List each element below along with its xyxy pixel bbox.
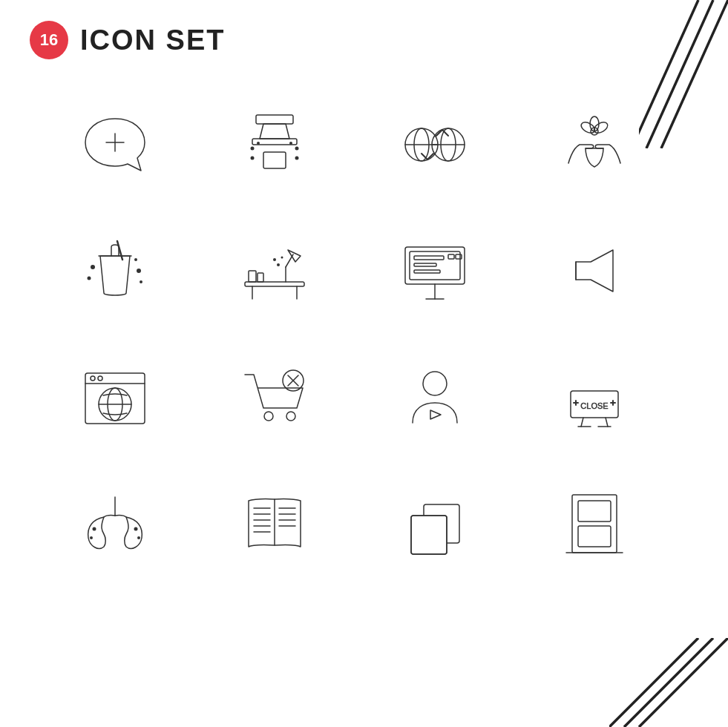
svg-point-43 — [281, 257, 283, 259]
svg-point-30 — [88, 277, 91, 280]
svg-point-57 — [91, 376, 95, 381]
svg-line-1 — [646, 0, 713, 148]
svg-point-83 — [137, 536, 140, 539]
cart-remove-icon — [204, 334, 345, 460]
svg-point-11 — [251, 147, 255, 151]
web-globe-icon — [45, 334, 186, 460]
close-sign-icon: CLOSE — [524, 334, 665, 460]
svg-line-76 — [606, 418, 608, 427]
svg-point-12 — [295, 147, 299, 151]
svg-rect-48 — [414, 270, 440, 273]
svg-point-67 — [423, 372, 447, 395]
badge: 16 — [30, 21, 68, 59]
svg-point-41 — [277, 263, 280, 266]
svg-rect-99 — [578, 526, 611, 547]
svg-point-80 — [93, 527, 96, 531]
icon-grid: CLOSE — [0, 74, 728, 593]
megaphone-icon — [524, 208, 665, 334]
svg-point-32 — [140, 280, 142, 283]
svg-line-28 — [117, 241, 122, 260]
door-icon — [524, 460, 665, 586]
svg-text:CLOSE: CLOSE — [580, 401, 608, 410]
svg-point-82 — [90, 536, 93, 539]
header-title: ICON SET — [80, 24, 225, 56]
svg-line-2 — [639, 0, 698, 148]
3d-printer-icon — [204, 82, 345, 208]
recycle-icon — [364, 82, 505, 208]
svg-point-42 — [273, 258, 276, 261]
svg-rect-34 — [245, 282, 304, 286]
lungs-icon — [45, 460, 186, 586]
deco-lines-top-right — [639, 0, 728, 148]
svg-rect-49 — [448, 254, 454, 259]
svg-point-58 — [98, 376, 102, 381]
svg-point-29 — [91, 265, 95, 269]
svg-point-16 — [289, 142, 292, 145]
svg-rect-50 — [456, 254, 462, 259]
svg-point-81 — [134, 527, 138, 531]
chat-plus-icon — [45, 82, 186, 208]
billboard-icon — [364, 208, 505, 334]
svg-rect-46 — [414, 256, 444, 260]
svg-point-62 — [264, 412, 273, 421]
svg-rect-97 — [572, 495, 617, 553]
svg-marker-53 — [576, 250, 613, 292]
svg-point-33 — [134, 258, 137, 261]
svg-marker-68 — [430, 410, 441, 419]
svg-rect-10 — [263, 152, 286, 168]
svg-rect-47 — [414, 263, 436, 266]
deco-lines-bottom-right — [609, 638, 728, 727]
svg-rect-98 — [578, 501, 611, 522]
video-user-icon — [364, 334, 505, 460]
desk-lamp-icon — [204, 208, 345, 334]
svg-rect-8 — [256, 115, 293, 124]
svg-line-75 — [581, 418, 583, 427]
svg-point-14 — [295, 157, 299, 160]
header: 16 ICON SET — [0, 0, 728, 67]
svg-rect-95 — [411, 516, 447, 554]
svg-rect-55 — [85, 373, 145, 424]
svg-rect-38 — [258, 273, 263, 282]
svg-point-63 — [286, 412, 295, 421]
svg-line-0 — [661, 0, 728, 148]
svg-point-13 — [251, 157, 255, 160]
svg-point-15 — [257, 142, 260, 145]
svg-line-4 — [624, 638, 713, 727]
copy-icon — [364, 460, 505, 586]
newspaper-icon — [204, 460, 345, 586]
smoothie-icon — [45, 208, 186, 334]
svg-rect-37 — [249, 271, 256, 282]
svg-point-31 — [137, 269, 141, 273]
